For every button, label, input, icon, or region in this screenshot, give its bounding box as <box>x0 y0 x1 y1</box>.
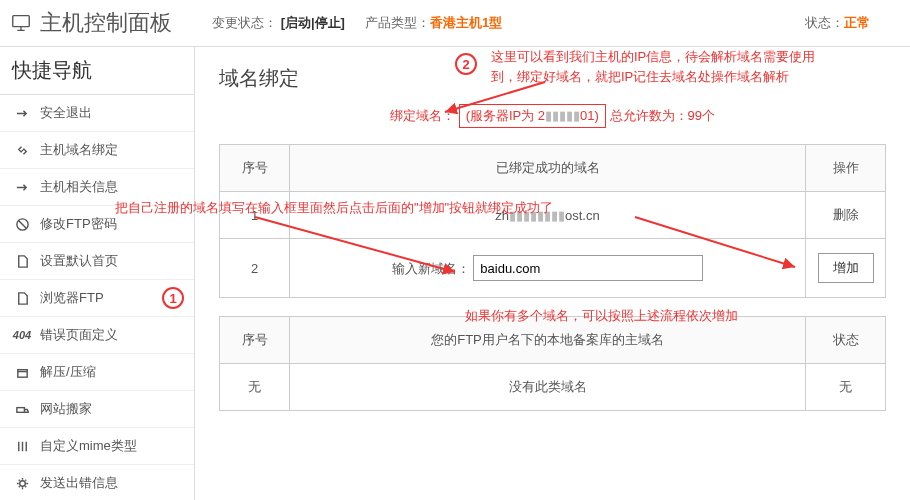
gear-icon <box>14 475 30 491</box>
monitor-icon <box>10 12 32 34</box>
sidebar-item-error-page[interactable]: 404错误页面定义 <box>0 317 194 354</box>
sidebar-item-mime[interactable]: 自定义mime类型 <box>0 428 194 465</box>
sidebar-item-label: 错误页面定义 <box>40 326 118 344</box>
archive-icon <box>14 364 30 380</box>
sidebar-item-error-send[interactable]: 发送出错信息 <box>0 465 194 500</box>
cell-status: 无 <box>806 364 886 411</box>
product-type: 产品类型：香港主机1型 <box>365 14 502 32</box>
annotation-badge-1: 1 <box>162 287 184 309</box>
cell-index: 2 <box>220 239 290 298</box>
arrow-right-icon <box>14 179 30 195</box>
sidebar-title: 快捷导航 <box>0 47 194 95</box>
cell-domain: 没有此类域名 <box>290 364 806 411</box>
start-stop-link[interactable]: [启动|停止] <box>281 15 345 30</box>
page-icon <box>14 290 30 306</box>
th-index: 序号 <box>220 317 290 364</box>
table-row: 无 没有此类域名 无 <box>220 364 886 411</box>
table-row: 1 zh▮▮▮▮▮▮▮▮ost.cn 删除 <box>220 192 886 239</box>
input-label: 输入新域名： <box>392 261 470 276</box>
sidebar-item-compress[interactable]: 解压/压缩 <box>0 354 194 391</box>
th-domain: 已绑定成功的域名 <box>290 145 806 192</box>
new-domain-input[interactable] <box>473 255 703 281</box>
sidebar-item-domain-bind[interactable]: 主机域名绑定 <box>0 132 194 169</box>
block-icon <box>14 216 30 232</box>
svg-point-4 <box>19 480 25 486</box>
sidebar-item-label: 主机相关信息 <box>40 178 118 196</box>
change-status: 变更状态： [启动|停止] <box>212 14 345 32</box>
bind-info-line: 绑定域名： (服务器IP为 2▮▮▮▮▮01) 总允许数为：99个 <box>219 104 886 128</box>
404-icon: 404 <box>14 327 30 343</box>
server-ip-box: (服务器IP为 2▮▮▮▮▮01) <box>459 104 606 128</box>
sidebar-item-label: 浏览器FTP <box>40 289 104 307</box>
sidebar-item-label: 发送出错信息 <box>40 474 118 492</box>
table-row-add: 2 输入新域名： 增加 <box>220 239 886 298</box>
page-main-title: 主机控制面板 <box>10 8 172 38</box>
truck-icon <box>14 401 30 417</box>
arrow-right-icon <box>14 105 30 121</box>
sidebar-item-label: 设置默认首页 <box>40 252 118 270</box>
bound-domains-table: 序号 已绑定成功的域名 操作 1 zh▮▮▮▮▮▮▮▮ost.cn 删除 2 输… <box>219 144 886 298</box>
sidebar-item-site-move[interactable]: 网站搬家 <box>0 391 194 428</box>
section-title: 域名绑定 <box>219 65 886 92</box>
sidebar-item-label: 安全退出 <box>40 104 92 122</box>
add-button[interactable]: 增加 <box>818 253 874 283</box>
sidebar-item-ftp-password[interactable]: 修改FTP密码 <box>0 206 194 243</box>
th-operation: 操作 <box>806 145 886 192</box>
sidebar-item-default-page[interactable]: 设置默认首页 <box>0 243 194 280</box>
cell-index: 1 <box>220 192 290 239</box>
sidebar-item-label: 解压/压缩 <box>40 363 96 381</box>
host-status: 状态：正常 <box>805 14 870 32</box>
ftp-domains-table: 序号 您的FTP用户名下的本地备案库的主域名 状态 无 没有此类域名 无 <box>219 316 886 411</box>
sidebar-item-label: 网站搬家 <box>40 400 92 418</box>
link-icon <box>14 142 30 158</box>
th-index: 序号 <box>220 145 290 192</box>
th-status: 状态 <box>806 317 886 364</box>
svg-rect-3 <box>16 407 24 412</box>
sidebar-item-label: 自定义mime类型 <box>40 437 137 455</box>
th-domain: 您的FTP用户名下的本地备案库的主域名 <box>290 317 806 364</box>
sidebar-item-browser-ftp[interactable]: 浏览器FTP 1 <box>0 280 194 317</box>
cell-domain: zh▮▮▮▮▮▮▮▮ost.cn <box>290 192 806 239</box>
delete-link[interactable]: 删除 <box>833 207 859 222</box>
sidebar-item-host-info[interactable]: 主机相关信息 <box>0 169 194 206</box>
page-icon <box>14 253 30 269</box>
svg-rect-2 <box>17 369 26 377</box>
cell-add-domain: 输入新域名： <box>290 239 806 298</box>
svg-rect-0 <box>13 16 30 27</box>
sidebar-item-label: 修改FTP密码 <box>40 215 117 233</box>
sidebar-item-logout[interactable]: 安全退出 <box>0 95 194 132</box>
cell-index: 无 <box>220 364 290 411</box>
sidebar-item-label: 主机域名绑定 <box>40 141 118 159</box>
sliders-icon <box>14 438 30 454</box>
